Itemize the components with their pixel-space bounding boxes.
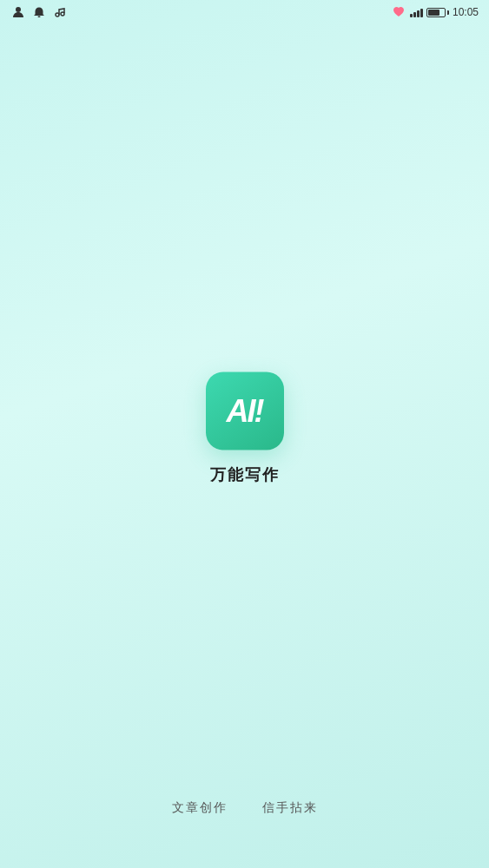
bottom-nav-item-article[interactable]: 文章创作 — [172, 800, 228, 816]
music-icon — [52, 4, 68, 20]
status-bar-right: 10:05 — [391, 4, 479, 20]
app-icon: AI! — [206, 372, 284, 450]
app-name: 万能写作 — [210, 464, 280, 485]
svg-rect-1 — [38, 16, 41, 18]
bottom-nav: 文章创作 信手拈来 — [0, 800, 489, 816]
battery-icon — [426, 8, 449, 17]
status-bar-left — [10, 4, 68, 20]
bottom-nav-item-creative[interactable]: 信手拈来 — [262, 800, 318, 816]
person-icon — [10, 4, 26, 20]
app-icon-text: AI! — [227, 393, 263, 430]
notification-icon — [31, 4, 47, 20]
app-splash-center: AI! 万能写作 — [206, 372, 284, 485]
time-display: 10:05 — [453, 6, 479, 18]
status-bar: 10:05 — [0, 0, 489, 24]
signal-icon — [410, 7, 423, 17]
heart-icon — [391, 4, 406, 20]
svg-point-0 — [16, 7, 21, 12]
